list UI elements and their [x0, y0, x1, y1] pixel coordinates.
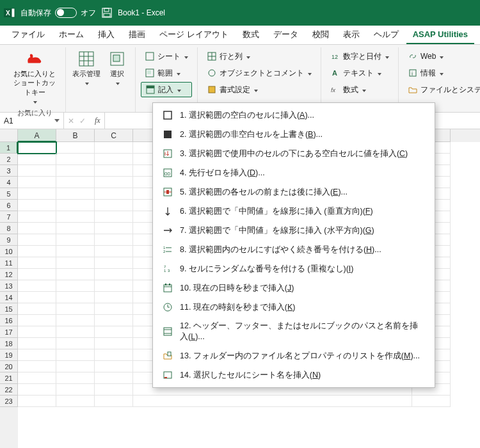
formula-button[interactable]: fx数式 — [326, 82, 393, 97]
cell[interactable] — [18, 303, 56, 315]
cell[interactable] — [56, 326, 95, 338]
tab-file[interactable]: ファイル — [5, 25, 51, 44]
col-head-c[interactable]: C — [95, 129, 133, 142]
cell[interactable] — [95, 269, 133, 280]
row-head-22[interactable]: 22 — [0, 384, 18, 396]
cell[interactable] — [95, 246, 133, 257]
cell[interactable] — [18, 234, 56, 246]
sheet-button[interactable]: シート — [141, 49, 192, 64]
row-head-16[interactable]: 16 — [0, 315, 18, 326]
cell[interactable] — [18, 349, 56, 361]
row-head-11[interactable]: 11 — [0, 257, 18, 269]
range-button[interactable]: 範囲 — [141, 65, 192, 81]
row-head-4[interactable]: 4 — [0, 177, 18, 188]
col-head-a[interactable]: A — [18, 129, 56, 142]
row-head-14[interactable]: 14 — [0, 292, 18, 303]
cell[interactable] — [95, 188, 133, 200]
row-head-18[interactable]: 18 — [0, 338, 18, 349]
cell[interactable] — [56, 384, 95, 396]
tab-pagelayout[interactable]: ページ レイアウト — [153, 25, 235, 44]
row-head-8[interactable]: 8 — [0, 223, 18, 234]
cell[interactable] — [56, 303, 95, 315]
cell[interactable] — [18, 177, 56, 188]
row-head-10[interactable]: 10 — [0, 246, 18, 257]
cell[interactable] — [18, 361, 56, 372]
menu-item-3[interactable]: 3. 選択範囲で使用中のセルの下にある空白セルに値を挿入(C) — [153, 144, 435, 163]
select-all-corner[interactable] — [0, 129, 18, 142]
cell[interactable] — [95, 234, 133, 246]
filesys-button[interactable]: ファイルとシステム — [404, 82, 480, 97]
tab-insert[interactable]: 挿入 — [92, 25, 121, 44]
cell[interactable] — [56, 280, 95, 292]
web-button[interactable]: Web — [404, 49, 480, 64]
save-icon[interactable] — [101, 7, 113, 19]
cell[interactable] — [95, 349, 133, 361]
row-head-21[interactable]: 21 — [0, 372, 18, 384]
fx-label[interactable]: fx — [95, 116, 100, 125]
cell[interactable] — [56, 234, 95, 246]
menu-item-6[interactable]: 6. 選択範囲で「中間値」を線形に挿入 (垂直方向)(F) — [153, 202, 435, 221]
cell[interactable] — [95, 292, 133, 303]
cell[interactable] — [56, 372, 95, 384]
cell[interactable] — [18, 326, 56, 338]
row-head-20[interactable]: 20 — [0, 361, 18, 372]
menu-item-5[interactable]: 5. 選択範囲の各セルの前または後に挿入(E)... — [153, 182, 435, 202]
tab-review[interactable]: 校閲 — [306, 25, 335, 44]
cell[interactable] — [95, 165, 133, 177]
cell[interactable] — [95, 372, 133, 384]
cell[interactable] — [95, 326, 133, 338]
cell[interactable] — [56, 142, 95, 154]
cell[interactable] — [18, 269, 56, 280]
row-head-15[interactable]: 15 — [0, 303, 18, 315]
cell[interactable] — [56, 257, 95, 269]
cell[interactable] — [56, 349, 95, 361]
cell[interactable] — [18, 211, 56, 223]
cell[interactable] — [95, 154, 133, 165]
cell[interactable] — [56, 361, 95, 372]
cell[interactable] — [95, 177, 133, 188]
cell[interactable] — [56, 315, 95, 326]
cell[interactable] — [56, 292, 95, 303]
row-head-1[interactable]: 1 — [0, 142, 18, 154]
cell[interactable] — [56, 338, 95, 349]
menu-item-13[interactable]: 13. フォルダー内のファイル名とプロパティのリストを作成(M)... — [153, 346, 435, 365]
col-head-b[interactable]: B — [56, 129, 95, 142]
cell[interactable] — [18, 200, 56, 211]
cell[interactable] — [95, 142, 133, 154]
cell[interactable] — [95, 303, 133, 315]
row-head-17[interactable]: 17 — [0, 326, 18, 338]
cell[interactable] — [18, 246, 56, 257]
autosave-toggle[interactable]: 自動保存 オフ — [20, 8, 96, 19]
cell[interactable] — [18, 280, 56, 292]
row-head-6[interactable]: 6 — [0, 200, 18, 211]
row-head-7[interactable]: 7 — [0, 211, 18, 223]
menu-item-9[interactable]: 7319. セルにランダムな番号を付ける (重複なし)(I) — [153, 259, 435, 278]
cell[interactable] — [95, 257, 133, 269]
menu-item-2[interactable]: 2. 選択範囲の非空白セルを上書き(B)... — [153, 125, 435, 144]
cancel-icon[interactable]: ✕ — [68, 116, 74, 125]
tab-help[interactable]: ヘルプ — [367, 25, 405, 44]
menu-item-12[interactable]: 12. ヘッダー、フッター、またはセルにブックのパスと名前を挿入(L)... — [153, 317, 435, 346]
row-head-3[interactable]: 3 — [0, 165, 18, 177]
cell[interactable] — [56, 177, 95, 188]
cell[interactable] — [95, 211, 133, 223]
favorites-button[interactable]: お気に入りとショートカットキー — [9, 49, 60, 107]
cell[interactable] — [95, 338, 133, 349]
cell[interactable] — [95, 223, 133, 234]
cell[interactable] — [56, 200, 95, 211]
cell[interactable] — [18, 292, 56, 303]
tab-asap-utilities[interactable]: ASAP Utilities — [406, 26, 474, 44]
cell[interactable] — [18, 154, 56, 165]
cell[interactable] — [95, 315, 133, 326]
cell[interactable] — [95, 280, 133, 292]
menu-item-11[interactable]: 11. 現在の時刻を秒まで挿入(K) — [153, 298, 435, 317]
cell[interactable] — [56, 269, 95, 280]
row-head-23[interactable]: 23 — [0, 396, 18, 407]
rowscols-button[interactable]: 行と列 — [203, 49, 316, 64]
cell[interactable] — [412, 396, 451, 407]
menu-item-14[interactable]: 14. 選択したセルにシート名を挿入(N) — [153, 365, 435, 385]
visibility-button[interactable]: 表示管理 — [71, 49, 102, 99]
cell[interactable] — [18, 384, 56, 396]
tab-view[interactable]: 表示 — [337, 25, 366, 44]
menu-item-4[interactable]: 004. 先行ゼロを挿入(D)... — [153, 163, 435, 182]
